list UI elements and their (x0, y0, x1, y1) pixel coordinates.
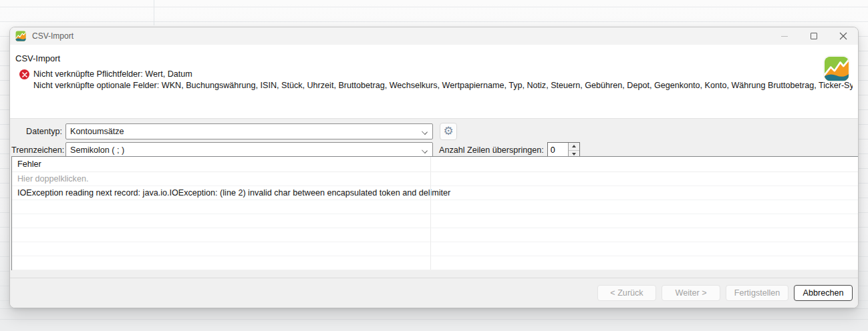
arrow-down-icon (572, 153, 576, 155)
trennzeichen-label: Trennzeichen: (11, 145, 62, 155)
column-divider (430, 157, 431, 270)
table-row-empty (12, 214, 858, 228)
preview-table[interactable]: Fehler Hier doppelklicken. IOException r… (11, 156, 859, 270)
skip-rows-label: Anzahl Zeilen überspringen: (439, 145, 544, 155)
datentyp-select[interactable]: Kontoumsätze (65, 123, 433, 139)
table-row-empty (12, 256, 858, 270)
table-row-empty (12, 228, 858, 242)
background-row-line (0, 319, 868, 320)
cancel-button[interactable]: Abbrechen (794, 285, 853, 301)
error-message-secondary: Nicht verknüpfte optionale Felder: WKN, … (33, 80, 853, 91)
trennzeichen-value: Semikolon ( ; ) (70, 145, 124, 155)
chevron-down-icon (422, 148, 427, 153)
table-row-empty (12, 200, 858, 214)
close-button[interactable] (829, 27, 858, 45)
titlebar[interactable]: CSV-Import (10, 27, 858, 45)
csv-import-dialog: CSV-Import CSV-Import Nicht verknüpfte P… (9, 27, 859, 308)
background-lower-area (0, 308, 868, 331)
wizard-button-bar: < Zurück Weiter > Fertigstellen Abbreche… (10, 278, 858, 308)
window-title: CSV-Import (32, 31, 74, 41)
maximize-icon (811, 33, 817, 39)
table-row[interactable]: Hier doppelklicken. (12, 172, 858, 186)
page-title: CSV-Import (15, 53, 853, 63)
finish-button[interactable]: Fertigstellen (726, 285, 788, 301)
close-icon (839, 32, 847, 40)
configure-button[interactable]: ⚙ (440, 123, 457, 140)
background-column-line (154, 0, 154, 25)
spinner-up-button[interactable] (569, 143, 579, 151)
gear-icon: ⚙ (443, 125, 453, 137)
minimize-button[interactable] (770, 27, 799, 45)
column-header-fehler[interactable]: Fehler (12, 157, 858, 172)
chevron-down-icon (422, 129, 427, 134)
skip-rows-input[interactable] (548, 143, 568, 157)
datentyp-label: Datentyp: (11, 127, 62, 136)
error-message-primary: Nicht verknüpfte Pflichtfelder: Wert, Da… (33, 69, 853, 80)
portfolio-performance-logo (824, 56, 849, 81)
back-button[interactable]: < Zurück (597, 285, 656, 301)
error-icon (19, 69, 29, 79)
table-row[interactable]: IOException reading next record: java.io… (12, 186, 858, 200)
table-row-empty (12, 242, 858, 256)
next-button[interactable]: Weiter > (662, 285, 720, 301)
wizard-header: CSV-Import Nicht verknüpfte Pflichtfelde… (10, 45, 858, 119)
app-logo-icon (15, 31, 26, 41)
maximize-button[interactable] (799, 27, 829, 45)
minimize-icon (781, 36, 788, 37)
arrow-up-icon (572, 145, 576, 147)
datentyp-value: Kontoumsätze (70, 127, 124, 136)
